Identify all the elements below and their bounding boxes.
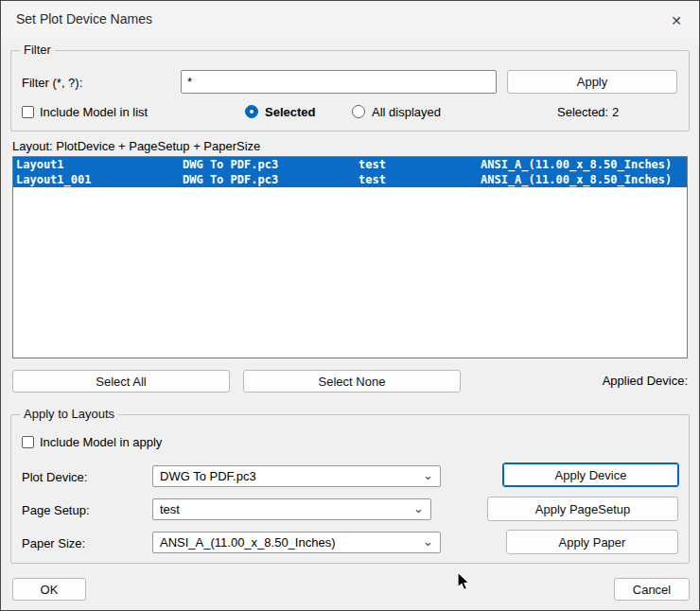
plot-device-combobox[interactable]: DWG To PDF.pc3 ⌄ bbox=[152, 465, 441, 487]
page-setup-value: test bbox=[160, 502, 180, 516]
apply-paper-button[interactable]: Apply Paper bbox=[506, 530, 678, 554]
filter-apply-button[interactable]: Apply bbox=[507, 70, 677, 94]
close-icon: ✕ bbox=[671, 13, 682, 28]
close-button[interactable]: ✕ bbox=[663, 9, 690, 33]
layout-listbox[interactable]: Layout1 DWG To PDF.pc3 test ANSI_A_(11.0… bbox=[12, 156, 688, 358]
ok-button[interactable]: OK bbox=[12, 578, 86, 601]
page-setup-combobox[interactable]: test ⌄ bbox=[152, 498, 431, 520]
chevron-down-icon: ⌄ bbox=[413, 499, 424, 518]
apply-device-button[interactable]: Apply Device bbox=[502, 463, 679, 487]
filter-group-label: Filter bbox=[20, 43, 55, 57]
radio-selected[interactable] bbox=[245, 105, 258, 118]
filter-field-label: Filter (*, ?): bbox=[22, 76, 82, 90]
cancel-button[interactable]: Cancel bbox=[614, 578, 690, 601]
table-row[interactable]: Layout1_001 DWG To PDF.pc3 test ANSI_A_(… bbox=[13, 172, 687, 187]
apply-to-layouts-group-label: Apply to Layouts bbox=[20, 407, 118, 421]
cell-device: DWG To PDF.pc3 bbox=[183, 157, 359, 172]
cell-layout: Layout1 bbox=[16, 157, 183, 172]
list-header: Layout: PlotDevice + PageSetup + PaperSi… bbox=[12, 139, 260, 153]
page-setup-label: Page Setup: bbox=[22, 503, 90, 517]
cell-layout: Layout1_001 bbox=[16, 172, 183, 187]
selected-count-label: Selected: bbox=[557, 105, 608, 119]
paper-size-label: Paper Size: bbox=[22, 536, 85, 550]
radio-all-displayed[interactable] bbox=[352, 105, 365, 118]
select-all-button[interactable]: Select All bbox=[12, 370, 230, 393]
applied-device-label: Applied Device: bbox=[531, 374, 688, 388]
dialog-title: Set Plot Device Names bbox=[16, 11, 152, 26]
paper-size-value: ANSI_A_(11.00_x_8.50_Inches) bbox=[160, 535, 336, 550]
radio-all-displayed-label: All displayed bbox=[372, 105, 441, 119]
chevron-down-icon: ⌄ bbox=[423, 466, 433, 485]
title-bar: Set Plot Device Names ✕ bbox=[1, 1, 699, 39]
include-model-in-apply-checkbox[interactable] bbox=[22, 436, 34, 448]
include-model-in-list-label: Include Model in list bbox=[40, 105, 148, 119]
include-model-in-list-checkbox[interactable] bbox=[22, 106, 34, 118]
cell-pagesetup: test bbox=[359, 172, 481, 187]
chevron-down-icon: ⌄ bbox=[423, 532, 433, 551]
cell-paper: ANSI_A_(11.00_x_8.50_Inches) bbox=[481, 157, 687, 172]
plot-device-value: DWG To PDF.pc3 bbox=[160, 469, 256, 483]
include-model-in-apply-label: Include Model in apply bbox=[40, 435, 162, 449]
cell-pagesetup: test bbox=[359, 157, 481, 172]
cell-device: DWG To PDF.pc3 bbox=[183, 172, 359, 187]
set-plot-device-names-dialog: Set Plot Device Names ✕ Filter Filter (*… bbox=[0, 0, 700, 611]
cell-paper: ANSI_A_(11.00_x_8.50_Inches) bbox=[481, 172, 687, 187]
apply-pagesetup-button[interactable]: Apply PageSetup bbox=[487, 497, 678, 521]
plot-device-label: Plot Device: bbox=[22, 470, 87, 484]
select-none-button[interactable]: Select None bbox=[243, 370, 461, 393]
paper-size-combobox[interactable]: ANSI_A_(11.00_x_8.50_Inches) ⌄ bbox=[152, 532, 441, 553]
filter-input[interactable] bbox=[181, 70, 497, 94]
selected-count-value: 2 bbox=[612, 105, 619, 119]
table-row[interactable]: Layout1 DWG To PDF.pc3 test ANSI_A_(11.0… bbox=[13, 157, 687, 172]
radio-selected-label: Selected bbox=[265, 105, 315, 119]
mouse-cursor-icon bbox=[455, 571, 472, 592]
